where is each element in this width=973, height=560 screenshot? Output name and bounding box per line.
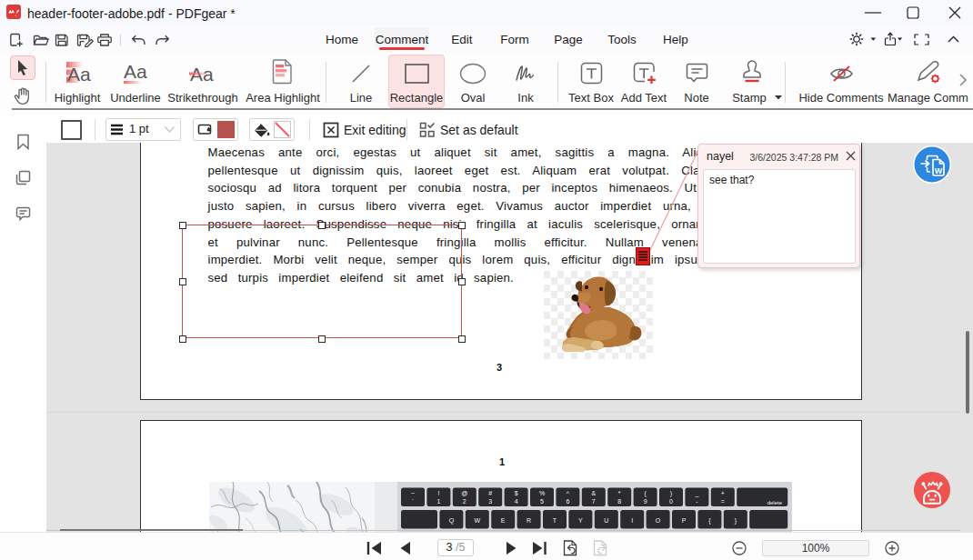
svg-text:W: W (474, 517, 480, 524)
svg-text:7: 7 (592, 498, 596, 505)
svg-text:_: _ (694, 490, 698, 497)
svg-text:*: * (618, 490, 621, 496)
svg-text:1: 1 (436, 498, 440, 505)
svg-text:2: 2 (463, 498, 466, 505)
svg-text:): ) (670, 490, 672, 497)
svg-text:R: R (527, 517, 531, 524)
svg-text:O: O (656, 517, 661, 524)
svg-text:Aa: Aa (124, 61, 147, 82)
svg-text:T: T (553, 517, 557, 524)
svg-text:!: ! (437, 490, 439, 496)
svg-text:=: = (721, 498, 725, 505)
svg-text:@: @ (461, 490, 467, 496)
svg-text:delete: delete (767, 500, 783, 505)
svg-text:9: 9 (644, 498, 647, 505)
svg-text:`: ` (412, 498, 414, 505)
svg-text:I: I (631, 517, 633, 524)
svg-text:~: ~ (411, 490, 415, 496)
svg-text:0: 0 (669, 498, 673, 505)
svg-text:%: % (539, 490, 545, 496)
svg-text:&: & (591, 490, 596, 496)
svg-text:+: + (721, 490, 725, 496)
svg-text:P: P (682, 517, 687, 524)
svg-text:W: W (935, 166, 943, 175)
svg-text:Y: Y (578, 517, 583, 524)
svg-text:5: 5 (540, 498, 544, 505)
svg-text:#: # (488, 490, 492, 496)
svg-text:U: U (604, 517, 608, 524)
svg-text:Aa: Aa (67, 64, 91, 85)
svg-text:3: 3 (488, 498, 492, 505)
svg-text:E: E (501, 517, 506, 524)
svg-text:$: $ (515, 490, 518, 496)
svg-text:4: 4 (515, 498, 518, 505)
svg-text:Q: Q (449, 517, 455, 525)
svg-text:6: 6 (566, 498, 569, 505)
svg-text:8: 8 (617, 498, 621, 505)
